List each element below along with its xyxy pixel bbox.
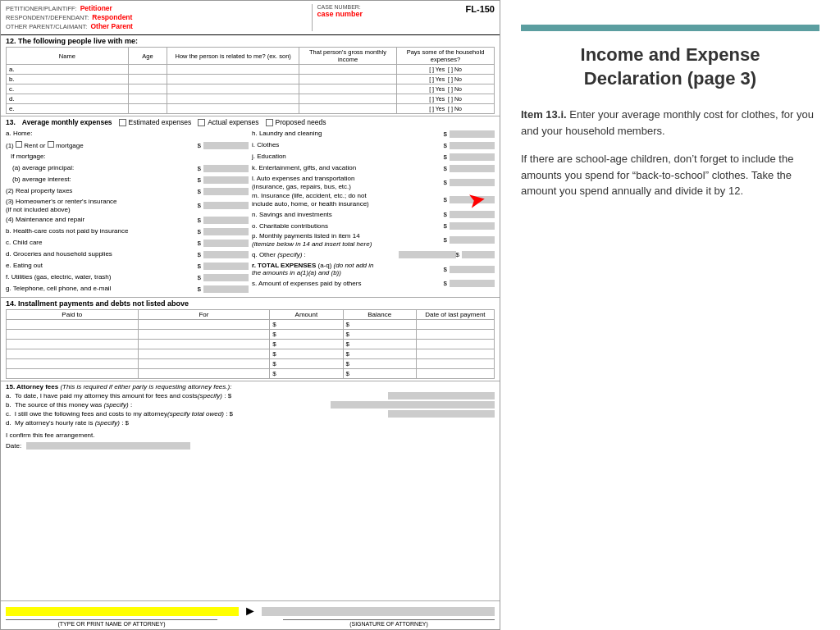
confirm-text: I confirm this fee arrangement. (6, 431, 95, 439)
cell-date-2 (416, 330, 494, 340)
atty-input-c[interactable] (388, 410, 495, 418)
input-q[interactable] (462, 251, 495, 258)
col-name: Name (7, 48, 129, 65)
section-13-number: 13. (6, 118, 16, 126)
cell-related-d (167, 94, 299, 104)
input-g[interactable] (203, 285, 249, 293)
expense-label-a: a. Home: (6, 130, 249, 138)
respondent-label: RESPONDENT/DEFENDANT: (6, 14, 89, 21)
dollar-l: $ (444, 179, 447, 186)
other-value: Other Parent (90, 22, 133, 30)
cell-for-5 (138, 359, 270, 369)
expense-type-actual: Actual expenses (198, 118, 258, 126)
expense-label-principal: (a) average principal: (12, 164, 198, 172)
expense-label-l: l. Auto expenses and transportation(insu… (252, 175, 444, 190)
input-e[interactable] (203, 262, 249, 270)
input-h[interactable] (450, 130, 495, 138)
input-i[interactable] (450, 142, 495, 149)
input-a2[interactable] (203, 188, 249, 195)
expense-label-m: m. Insurance (life, accident, etc.; do n… (252, 192, 444, 208)
expense-label-if-mortgage: If mortgage: (6, 153, 249, 161)
expense-label-a4: (4) Maintenance and repair (6, 216, 198, 224)
cell-pays-d: [ ] Yes [ ] No (396, 94, 494, 104)
cell-age-b (128, 75, 167, 84)
col-income: That person's gross monthly income (299, 48, 396, 65)
cell-age-e (128, 104, 167, 114)
expense-row-d: d. Groceries and household supplies $ (6, 249, 249, 259)
table-row: $$ (7, 330, 495, 340)
dollar-a1: $ (198, 142, 201, 149)
cell-name-b: b. (7, 75, 129, 84)
input-r[interactable] (450, 266, 495, 273)
cell-income-c (299, 84, 396, 94)
input-principal[interactable] (203, 165, 249, 172)
cell-for-2 (138, 330, 270, 340)
input-s[interactable] (450, 280, 495, 287)
checkbox-actual[interactable] (198, 119, 205, 126)
dollar-a3: $ (198, 202, 201, 209)
atty-label-c: c. I still owe the following fees and co… (6, 410, 388, 418)
atty-row-d: d. My attorney's hourly rate is (specify… (6, 419, 495, 427)
cell-paid-4 (7, 349, 139, 359)
col-paid-to: Paid to (7, 310, 139, 320)
cell-income-b (299, 75, 396, 84)
dollar-g: $ (198, 285, 201, 293)
respondent-value: Respondent (92, 13, 132, 21)
input-interest[interactable] (203, 176, 249, 184)
cell-for-4 (138, 349, 270, 359)
table-row: a.[ ] Yes [ ] No (7, 65, 495, 75)
expense-row-a2: (2) Real property taxes $ (6, 186, 249, 196)
atty-input-b[interactable] (331, 401, 495, 409)
expense-row-a-principal: (a) average principal: $ (6, 163, 249, 173)
form-number: FL-150 (459, 4, 495, 31)
input-o[interactable] (450, 222, 495, 230)
dollar-a4: $ (198, 217, 201, 224)
installment-table: Paid to For Amount Balance Date of last … (6, 309, 495, 379)
input-c[interactable] (203, 240, 249, 247)
input-q-specify[interactable] (399, 251, 456, 258)
header-left: PETITIONER/PLAINTIFF: Petitioner RESPOND… (6, 4, 312, 31)
checkbox-estimated[interactable] (119, 119, 126, 126)
input-a1[interactable] (203, 142, 249, 149)
input-l[interactable] (450, 179, 495, 186)
atty-input-a[interactable] (388, 392, 495, 399)
dollar-o: $ (444, 222, 447, 230)
input-d[interactable] (203, 251, 249, 258)
expense-label-a3: (3) Homeowner's or renter's insurance(if… (6, 198, 198, 213)
atty-label-b: b. The source of this money was (specify… (6, 401, 331, 409)
date-row: Date: (1, 441, 500, 451)
section-14-title: 14. Installment payments and debts not l… (6, 299, 495, 308)
expense-label-s: s. Amount of expenses paid by others (252, 280, 444, 288)
expense-row-p: p. Monthly payments listed in item 14(it… (252, 232, 495, 248)
input-j[interactable] (450, 153, 495, 161)
sig-input-attorney-name[interactable] (6, 607, 239, 616)
input-a3[interactable] (203, 202, 249, 209)
input-p[interactable] (450, 236, 495, 244)
col-age: Age (128, 48, 167, 65)
input-a4[interactable] (203, 217, 249, 224)
expense-label-i: i. Clothes (252, 141, 444, 149)
page-title: Income and ExpenseDeclaration (page 3) (521, 43, 819, 90)
dollar-k: $ (444, 165, 447, 172)
checkbox-proposed[interactable] (266, 119, 273, 126)
dollar-principal: $ (198, 165, 201, 172)
atty-label-d: d. My attorney's hourly rate is (specify… (6, 419, 495, 427)
petitioner-row: PETITIONER/PLAINTIFF: Petitioner (6, 4, 312, 12)
date-input[interactable] (26, 442, 190, 450)
section-13-header: 13. Average monthly expenses Estimated e… (6, 118, 495, 126)
expense-row-b: b. Health-care costs not paid by insuran… (6, 226, 249, 236)
input-f[interactable] (203, 274, 249, 281)
cell-date-1 (416, 320, 494, 330)
sig-input-attorney-sig[interactable] (262, 607, 495, 616)
dollar-b: $ (198, 228, 201, 235)
dollar-p: $ (444, 236, 447, 244)
cell-income-a (299, 65, 396, 75)
table-row: $$ (7, 320, 495, 330)
cell-balance-5: $ (343, 359, 416, 369)
other-row: OTHER PARENT/CLAIMANT: Other Parent (6, 22, 312, 30)
sig-labels: (TYPE OR PRINT NAME OF ATTORNEY) (SIGNAT… (6, 619, 495, 627)
confirm-row: I confirm this fee arrangement. (1, 430, 500, 441)
cell-for-3 (138, 340, 270, 349)
input-b[interactable] (203, 228, 249, 235)
input-k[interactable] (450, 165, 495, 172)
